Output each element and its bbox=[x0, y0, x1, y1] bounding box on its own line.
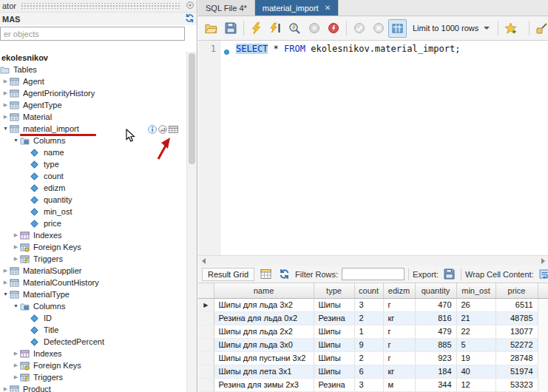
stop-on-error-toggle-button[interactable] bbox=[324, 19, 342, 38]
collapse-toggle-icon[interactable]: ▼ bbox=[12, 135, 20, 146]
tree-item-ekolesnikov[interactable]: ekolesnikov bbox=[0, 52, 186, 64]
cell-edizm[interactable]: кг bbox=[383, 311, 415, 325]
cell-quantity[interactable]: 479 bbox=[415, 325, 456, 338]
column-header-edizm[interactable]: edizm bbox=[383, 283, 415, 298]
column-header-count[interactable]: count bbox=[354, 283, 383, 298]
expand-toggle-icon[interactable]: ▶ bbox=[1, 75, 10, 87]
cell-min_ost[interactable]: 5 bbox=[456, 338, 495, 351]
cell-price[interactable]: 13077 bbox=[495, 325, 538, 338]
cell-quantity[interactable]: 923 bbox=[415, 351, 456, 365]
expand-toggle-icon[interactable]: ▶ bbox=[1, 111, 10, 123]
tree-item-id[interactable]: ID bbox=[0, 312, 186, 324]
collapse-toggle-icon[interactable]: ▼ bbox=[1, 123, 10, 135]
tree-item-materialtype[interactable]: ▼MaterialType bbox=[0, 288, 186, 300]
cell-edizm[interactable]: м bbox=[383, 378, 415, 391]
scrollbar-thumb[interactable] bbox=[189, 53, 195, 164]
result-row[interactable]: Резина для зимы 2x3Резина3м3441253323 bbox=[198, 378, 548, 391]
cell-min_ost[interactable]: 40 bbox=[456, 365, 495, 378]
panel-menu-icon[interactable] bbox=[186, 1, 194, 11]
cell-count[interactable]: 6 bbox=[354, 365, 383, 378]
cell-price[interactable]: 28748 bbox=[495, 351, 538, 365]
cell-price[interactable]: 53323 bbox=[495, 378, 538, 391]
row-selector[interactable] bbox=[198, 351, 214, 365]
cell-count[interactable]: 3 bbox=[354, 378, 383, 391]
cell-min_ost[interactable]: 19 bbox=[456, 351, 495, 365]
cell-price[interactable]: 52272 bbox=[495, 338, 538, 351]
row-selector[interactable] bbox=[198, 338, 214, 351]
collapse-toggle-icon[interactable]: ▼ bbox=[12, 300, 20, 312]
tree-item-tables[interactable]: Tables bbox=[0, 64, 186, 75]
tree-item-columns[interactable]: ▼Columns bbox=[0, 300, 186, 312]
cell-count[interactable]: 2 bbox=[354, 351, 383, 365]
result-row[interactable]: ▶Шипы для льда 3x2Шипы3г470266511 bbox=[198, 298, 548, 311]
filter-rows-input[interactable] bbox=[342, 268, 405, 280]
cell-price[interactable]: 51974 bbox=[495, 365, 538, 378]
expand-toggle-icon[interactable]: ▶ bbox=[12, 229, 20, 241]
column-header-quantity[interactable]: quantity bbox=[415, 283, 456, 298]
cell-quantity[interactable]: 470 bbox=[415, 298, 456, 311]
expand-toggle-icon[interactable]: ▶ bbox=[1, 99, 10, 111]
expand-toggle-icon[interactable]: ▶ bbox=[1, 383, 10, 392]
panel-drag-grip[interactable] bbox=[21, 3, 181, 9]
cell-quantity[interactable]: 184 bbox=[415, 365, 456, 378]
cell-type[interactable]: Шипы bbox=[314, 365, 354, 378]
tree-item-quantity[interactable]: quantity bbox=[0, 194, 186, 206]
cell-name[interactable]: Резина для зимы 2x3 bbox=[214, 378, 314, 391]
close-tab-icon[interactable] bbox=[325, 4, 331, 12]
tree-item-foreign-keys[interactable]: ▶Foreign Keys bbox=[0, 241, 186, 253]
limit-rows-dropdown[interactable]: Limit to 1000 rows bbox=[407, 22, 495, 34]
cell-type[interactable]: Шипы bbox=[314, 298, 354, 311]
execute-current-statement-button[interactable] bbox=[266, 19, 285, 38]
tree-item-materialsupplier[interactable]: ▶MaterialSupplier bbox=[0, 265, 186, 277]
table-settings-icon[interactable] bbox=[158, 125, 167, 135]
sql-code-line[interactable]: SELECT * FROM ekolesnikov.material_impor… bbox=[233, 41, 460, 255]
expand-toggle-icon[interactable]: ▶ bbox=[12, 348, 20, 359]
cell-type[interactable]: Шипы bbox=[314, 351, 354, 365]
filter-objects-input[interactable] bbox=[0, 27, 185, 41]
tree-item-count[interactable]: count bbox=[0, 170, 186, 182]
cell-min_ost[interactable]: 21 bbox=[456, 311, 495, 325]
table-info-icon[interactable] bbox=[148, 125, 157, 135]
column-header-type[interactable]: type bbox=[314, 283, 354, 298]
execute-button[interactable] bbox=[247, 19, 265, 38]
commit-button[interactable] bbox=[350, 19, 368, 38]
column-header-name[interactable]: name bbox=[214, 283, 314, 298]
cell-count[interactable]: 1 bbox=[354, 325, 383, 338]
cell-quantity[interactable]: 816 bbox=[415, 311, 456, 325]
stop-query-button[interactable] bbox=[305, 19, 323, 38]
cell-edizm[interactable]: г bbox=[383, 298, 415, 311]
refresh-schemas-icon[interactable] bbox=[185, 13, 194, 24]
expand-toggle-icon[interactable]: ▶ bbox=[1, 87, 10, 99]
rollback-button[interactable] bbox=[369, 19, 388, 38]
column-header-price[interactable]: price bbox=[495, 283, 538, 298]
expand-toggle-icon[interactable]: ▶ bbox=[1, 265, 10, 277]
cell-price[interactable]: 48785 bbox=[495, 311, 538, 325]
expand-toggle-icon[interactable]: ▶ bbox=[12, 241, 20, 253]
cell-count[interactable]: 9 bbox=[354, 338, 383, 351]
open-file-button[interactable] bbox=[202, 19, 220, 38]
expand-toggle-icon[interactable]: ▶ bbox=[12, 371, 20, 383]
scroll-right-icon[interactable] bbox=[538, 256, 548, 266]
cell-price[interactable]: 6511 bbox=[495, 298, 538, 311]
cell-name[interactable]: Шипы для льда 3x2 bbox=[214, 298, 314, 311]
tree-item-product[interactable]: ▶Product bbox=[0, 383, 186, 392]
tree-item-triggers[interactable]: ▶Triggers bbox=[0, 253, 186, 265]
result-row[interactable]: Шипы для пустыни 3x2Шипы2г9231928748 bbox=[198, 351, 548, 365]
editor-horizontal-scrollbar[interactable] bbox=[198, 255, 548, 266]
cell-count[interactable]: 3 bbox=[354, 298, 383, 311]
expand-toggle-icon[interactable]: ▶ bbox=[12, 253, 20, 265]
scroll-left-icon[interactable] bbox=[198, 256, 209, 266]
cell-type[interactable]: Шипы bbox=[314, 338, 354, 351]
save-button[interactable] bbox=[221, 19, 240, 38]
cell-min_ost[interactable]: 26 bbox=[456, 298, 495, 311]
result-row[interactable]: Шипы для льда 2x2Шипы1г4792213077 bbox=[198, 325, 548, 338]
row-selector[interactable] bbox=[198, 311, 214, 325]
cell-name[interactable]: Шипы для пустыни 3x2 bbox=[214, 351, 314, 365]
cell-type[interactable]: Шипы bbox=[314, 325, 354, 338]
explain-plan-button[interactable] bbox=[285, 19, 304, 38]
tree-item-title[interactable]: Title bbox=[0, 324, 186, 336]
sql-editor[interactable]: 1 SELECT * FROM ekolesnikov.material_imp… bbox=[198, 41, 548, 255]
collapse-toggle-icon[interactable]: ▼ bbox=[1, 288, 10, 300]
tree-item-edizm[interactable]: edizm bbox=[0, 182, 186, 194]
tree-item-indexes[interactable]: ▶Indexes bbox=[0, 229, 186, 241]
